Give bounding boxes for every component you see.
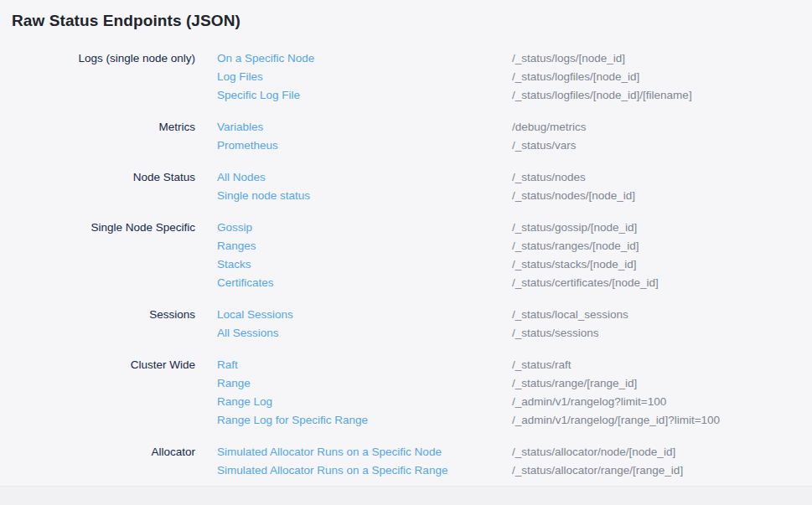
endpoint-link[interactable]: All Sessions bbox=[217, 324, 512, 343]
endpoint-link[interactable]: Certificates bbox=[217, 274, 512, 292]
endpoint-row: Ranges /_status/ranges/[node_id] bbox=[217, 237, 800, 255]
endpoint-row: Single node status /_status/nodes/[node_… bbox=[217, 187, 800, 205]
endpoint-path: /_admin/v1/rangelog/[range_id]?limit=100 bbox=[512, 411, 720, 430]
endpoint-path: /_status/gossip/[node_id] bbox=[512, 219, 637, 237]
endpoint-link[interactable]: Specific Log File bbox=[217, 86, 512, 105]
endpoint-row: Stacks /_status/stacks/[node_id] bbox=[217, 255, 800, 274]
section-sessions: Sessions Local Sessions /_status/local_s… bbox=[12, 306, 800, 343]
endpoint-path: /_status/logfiles/[node_id] bbox=[512, 68, 639, 86]
endpoint-path: /_status/ranges/[node_id] bbox=[512, 237, 639, 255]
endpoint-link[interactable]: Range Log bbox=[217, 393, 512, 411]
category-label: Sessions bbox=[12, 306, 217, 343]
endpoint-row: Range Log /_admin/v1/rangelog?limit=100 bbox=[217, 393, 800, 411]
endpoint-sections: Logs (single node only) On a Specific No… bbox=[12, 49, 800, 480]
endpoint-row: Local Sessions /_status/local_sessions bbox=[217, 306, 800, 324]
endpoint-link[interactable]: Simulated Allocator Runs on a Specific N… bbox=[217, 443, 512, 461]
endpoint-link[interactable]: Local Sessions bbox=[217, 306, 512, 324]
endpoint-link[interactable]: Prometheus bbox=[217, 137, 512, 155]
section-logs: Logs (single node only) On a Specific No… bbox=[12, 49, 800, 105]
endpoint-row: All Sessions /_status/sessions bbox=[217, 324, 800, 343]
endpoint-path: /_status/nodes/[node_id] bbox=[512, 187, 635, 205]
endpoint-link[interactable]: Simulated Allocator Runs on a Specific R… bbox=[217, 461, 512, 480]
endpoint-row: Range /_status/range/[range_id] bbox=[217, 374, 800, 393]
section-allocator: Allocator Simulated Allocator Runs on a … bbox=[12, 443, 800, 480]
endpoint-path: /_status/stacks/[node_id] bbox=[512, 255, 637, 274]
endpoint-row: Log Files /_status/logfiles/[node_id] bbox=[217, 68, 800, 86]
endpoint-path: /_status/logs/[node_id] bbox=[512, 49, 625, 68]
endpoint-link[interactable]: Single node status bbox=[217, 187, 512, 205]
endpoint-path: /_admin/v1/rangelog?limit=100 bbox=[512, 393, 666, 411]
endpoint-link[interactable]: Range bbox=[217, 374, 512, 393]
category-label: Single Node Specific bbox=[12, 219, 217, 292]
endpoint-link[interactable]: Range Log for Specific Range bbox=[217, 411, 512, 430]
endpoint-link[interactable]: Raft bbox=[217, 356, 512, 374]
endpoint-link[interactable]: Gossip bbox=[217, 219, 512, 237]
endpoint-row: Range Log for Specific Range /_admin/v1/… bbox=[217, 411, 800, 430]
endpoint-row: On a Specific Node /_status/logs/[node_i… bbox=[217, 49, 800, 68]
endpoint-path: /_status/sessions bbox=[512, 324, 599, 343]
endpoint-row: Simulated Allocator Runs on a Specific R… bbox=[217, 461, 800, 480]
category-label: Cluster Wide bbox=[12, 356, 217, 430]
endpoint-row: All Nodes /_status/nodes bbox=[217, 168, 800, 187]
endpoint-path: /_status/vars bbox=[512, 137, 577, 155]
section-node-status: Node Status All Nodes /_status/nodes Sin… bbox=[12, 168, 800, 205]
endpoint-path: /_status/range/[range_id] bbox=[512, 374, 637, 393]
raw-status-endpoints-page: Raw Status Endpoints (JSON) Logs (single… bbox=[0, 0, 812, 480]
category-label: Node Status bbox=[12, 168, 217, 205]
section-single-node-specific: Single Node Specific Gossip /_status/gos… bbox=[12, 219, 800, 292]
endpoint-row: Variables /debug/metrics bbox=[217, 118, 800, 137]
category-label: Allocator bbox=[12, 443, 217, 480]
endpoint-link[interactable]: Stacks bbox=[217, 255, 512, 274]
endpoint-link[interactable]: All Nodes bbox=[217, 168, 512, 187]
endpoint-path: /_status/allocator/node/[node_id] bbox=[512, 443, 675, 461]
section-metrics: Metrics Variables /debug/metrics Prometh… bbox=[12, 118, 800, 155]
page-footer bbox=[0, 486, 812, 505]
endpoint-path: /_status/nodes bbox=[512, 168, 586, 187]
page-title: Raw Status Endpoints (JSON) bbox=[12, 10, 800, 32]
endpoint-link[interactable]: Ranges bbox=[217, 237, 512, 255]
endpoint-row: Certificates /_status/certificates/[node… bbox=[217, 274, 800, 292]
endpoint-path: /_status/logfiles/[node_id]/[filename] bbox=[512, 86, 692, 105]
endpoint-row: Gossip /_status/gossip/[node_id] bbox=[217, 219, 800, 237]
endpoint-link[interactable]: Variables bbox=[217, 118, 512, 137]
endpoint-path: /_status/allocator/range/[range_id] bbox=[512, 461, 683, 480]
endpoint-link[interactable]: On a Specific Node bbox=[217, 49, 512, 68]
endpoint-link[interactable]: Log Files bbox=[217, 68, 512, 86]
endpoint-row: Prometheus /_status/vars bbox=[217, 137, 800, 155]
endpoint-row: Simulated Allocator Runs on a Specific N… bbox=[217, 443, 800, 461]
category-label: Logs (single node only) bbox=[12, 49, 217, 105]
section-cluster-wide: Cluster Wide Raft /_status/raft Range /_… bbox=[12, 356, 800, 430]
endpoint-row: Raft /_status/raft bbox=[217, 356, 800, 374]
endpoint-path: /_status/local_sessions bbox=[512, 306, 628, 324]
endpoint-path: /_status/certificates/[node_id] bbox=[512, 274, 659, 292]
category-label: Metrics bbox=[12, 118, 217, 155]
endpoint-path: /_status/raft bbox=[512, 356, 572, 374]
endpoint-path: /debug/metrics bbox=[512, 118, 587, 137]
endpoint-row: Specific Log File /_status/logfiles/[nod… bbox=[217, 86, 800, 105]
